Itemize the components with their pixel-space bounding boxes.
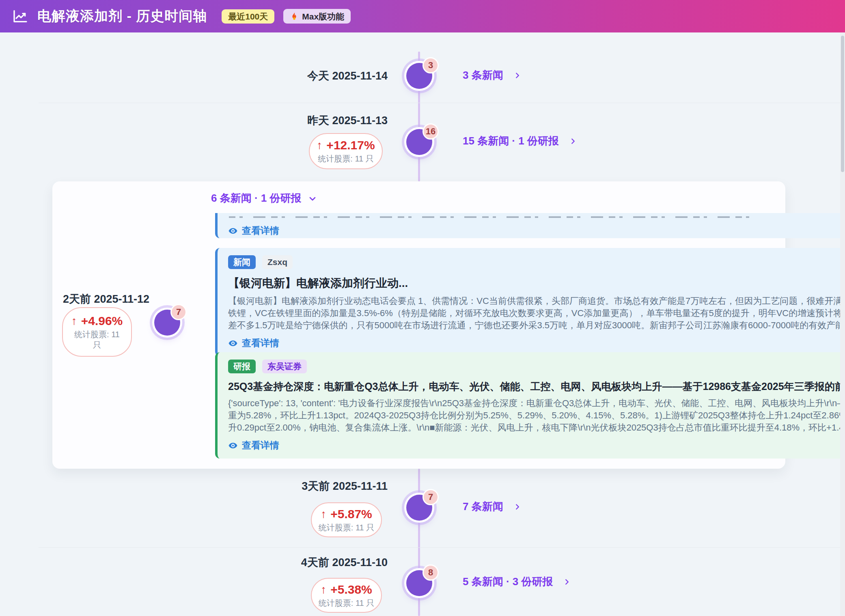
view-detail-label: 查看详情	[242, 439, 279, 452]
report-body-line: {'sourceType': 13, 'content': '电力设备行业深度报…	[228, 397, 845, 409]
change-percent: +5.38%	[330, 583, 372, 597]
item-count-badge: 3	[422, 57, 439, 73]
chevron-down-icon	[308, 194, 317, 203]
stocks-counted: 统计股票: 11 只	[319, 598, 374, 608]
expanded-summary-label: 6 条新闻 · 1 份研报	[211, 191, 301, 205]
news-link-label: 15 条新闻 · 1 份研报	[463, 134, 559, 148]
row-date-2days: 2天前 2025-11-12	[63, 292, 185, 306]
row-date-4days: 4天前 2025-11-10	[260, 555, 388, 570]
report-body-line: 重为5.28%，环比上升1.13pct。2024Q3-2025Q3持仓比例分别为…	[228, 409, 845, 422]
chevron-right-icon	[569, 137, 578, 146]
news-tag-chip: 新闻	[228, 255, 256, 269]
expanded-day-panel: 6 条新闻 · 1 份研报 2天前 2025-11-12 ↑ +4.96% 统计…	[52, 181, 785, 469]
news-source-chip: Zsxq	[262, 255, 293, 269]
timeline-node-today[interactable]: 3	[406, 63, 432, 89]
scrollbar-thumb[interactable]	[841, 36, 844, 172]
news-card[interactable]: 新闻 Zsxq 【银河电新】电解液添加剂行业动... 【银河电新】电解液添加剂行…	[215, 248, 845, 356]
stocks-counted: 统计股票: 11 只	[318, 153, 373, 164]
view-detail-link[interactable]: 查看详情	[228, 337, 279, 349]
chevron-right-icon	[513, 71, 522, 80]
stocks-counted: 统计股票: 11 只	[319, 522, 374, 533]
timeline-node-4days[interactable]: 8	[406, 570, 432, 596]
report-source-chip: 东吴证券	[262, 360, 307, 373]
change-stat-pill: ↑ +12.17% 统计股票: 11 只	[309, 133, 383, 169]
news-link-label: 5 条新闻 · 3 份研报	[463, 575, 553, 589]
timeline-page: 电解液添加剂 - 历史时间轴 最近100天 Max版功能 今天 2025-11-…	[0, 0, 845, 616]
row-date-3days: 3天前 2025-11-11	[260, 479, 388, 493]
view-detail-label: 查看详情	[242, 224, 279, 237]
news-body-line: 铁锂，VC在铁锂里面的添加量是3.5%-6%（特别是储能，对循环充放电次数要求更…	[228, 307, 845, 319]
eye-icon	[228, 226, 238, 236]
item-count-badge: 16	[422, 123, 439, 140]
change-stat-pill: ↑ +5.87% 统计股票: 11 只	[311, 502, 382, 537]
eye-icon	[228, 338, 238, 348]
news-title: 【银河电新】电解液添加剂行业动...	[228, 276, 845, 291]
page-title: 电解液添加剂 - 历史时间轴	[37, 7, 207, 26]
max-feature-label: Max版功能	[302, 12, 344, 21]
news-body-line: 【银河电新】电解液添加剂行业动态电话会要点 1、供需情况：VC当前供需很紧，头部…	[228, 295, 845, 307]
report-card[interactable]: 研报 东吴证券 25Q3基金持仓深度：电新重仓Q3总体上升，电动车、光伏、储能、…	[215, 352, 845, 459]
timeline-node-3days[interactable]: 7	[406, 495, 432, 521]
flame-icon	[290, 12, 299, 21]
max-feature-badge: Max版功能	[283, 9, 351, 24]
timeline-node-2days[interactable]: 7	[154, 310, 180, 336]
row-divider	[39, 547, 840, 548]
item-count-badge: 7	[422, 489, 439, 505]
news-link-3days[interactable]: 7 条新闻	[463, 500, 522, 514]
row-divider	[39, 103, 840, 103]
trend-chart-icon	[12, 8, 28, 24]
change-percent: +12.17%	[326, 138, 375, 152]
clipped-text-strip	[229, 216, 757, 218]
news-link-today[interactable]: 3 条新闻	[463, 68, 522, 82]
news-link-yesterday[interactable]: 15 条新闻 · 1 份研报	[463, 134, 578, 148]
chevron-right-icon	[513, 502, 522, 511]
view-detail-link[interactable]: 查看详情	[228, 224, 279, 237]
change-percent: +5.87%	[330, 507, 372, 521]
timeline-node-yesterday[interactable]: 16	[406, 129, 432, 155]
page-header: 电解液添加剂 - 历史时间轴 最近100天 Max版功能	[0, 0, 845, 32]
item-count-badge: 7	[170, 304, 187, 320]
up-arrow-icon: ↑	[317, 139, 322, 152]
news-link-4days[interactable]: 5 条新闻 · 3 份研报	[463, 575, 571, 589]
item-count-badge: 8	[422, 564, 439, 581]
change-stat-pill: ↑ +5.38% 统计股票: 11 只	[311, 578, 382, 613]
row-date-today: 今天 2025-11-14	[260, 69, 388, 83]
news-card-truncated[interactable]: 查看详情	[215, 213, 845, 238]
stocks-counted: 统计股票: 11 只	[71, 329, 123, 350]
eye-icon	[228, 441, 238, 450]
report-body-line: 升0.29pct至2.00%，钠电池、复合集流体上涨。\r\n■新能源：光伏、风…	[228, 422, 845, 434]
up-arrow-icon: ↑	[71, 314, 77, 327]
change-stat-pill: ↑ +4.96% 统计股票: 11 只	[62, 307, 132, 357]
view-detail-label: 查看详情	[242, 337, 279, 349]
date-range-badge: 最近100天	[222, 9, 274, 24]
up-arrow-icon: ↑	[321, 508, 326, 521]
news-body-line: 差不多1.5万吨是给宁德保供的，只有5000吨在市场进行流通，宁德也还要外采3.…	[228, 319, 845, 332]
up-arrow-icon: ↑	[321, 583, 326, 596]
news-link-label: 7 条新闻	[463, 500, 503, 514]
report-title: 25Q3基金持仓深度：电新重仓Q3总体上升，电动车、光伏、储能、工控、电网、风电…	[228, 380, 845, 393]
report-tag-chip: 研报	[228, 360, 256, 373]
change-percent: +4.96%	[81, 314, 123, 328]
news-link-label: 3 条新闻	[463, 68, 503, 82]
row-date-yesterday: 昨天 2025-11-13	[260, 113, 388, 128]
expanded-summary-toggle[interactable]: 6 条新闻 · 1 份研报	[211, 191, 317, 205]
chevron-right-icon	[563, 577, 571, 586]
view-detail-link[interactable]: 查看详情	[228, 439, 279, 452]
